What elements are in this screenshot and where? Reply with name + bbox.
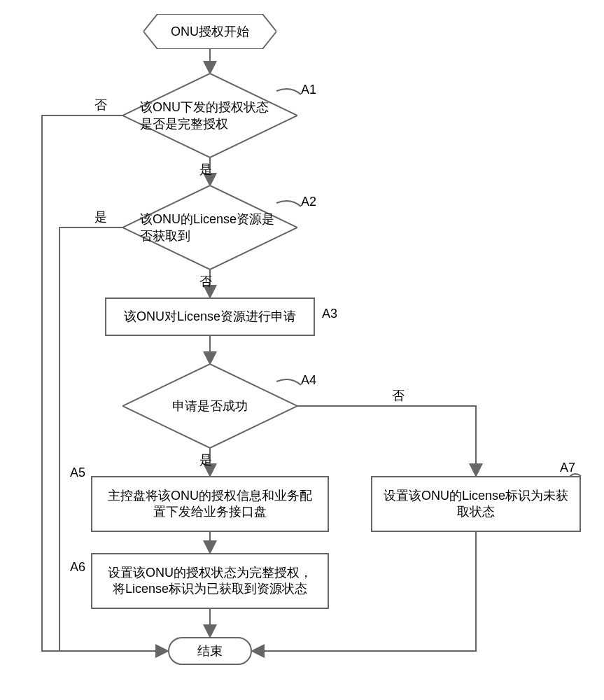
edge-a1-yes: 是 [199,161,212,178]
decision-a1: 该ONU下发的授权状态是否是完整授权 [122,74,297,158]
decision-a4-label: 申请是否成功 [122,364,297,448]
end-node: 结束 [168,637,252,665]
end-label: 结束 [168,637,252,665]
start-node: ONU授权开始 [143,14,276,49]
decision-a1-label: 该ONU下发的授权状态是否是完整授权 [122,74,297,158]
process-a7: 设置该ONU的License标识为未获取状态 [371,476,581,532]
tag-a1: A1 [301,83,316,97]
process-a6: 设置该ONU的授权状态为完整授权，将License标识为已获取到资源状态 [91,553,329,609]
tag-a7: A7 [560,461,575,475]
flowchart-canvas: ONU授权开始 该ONU下发的授权状态是否是完整授权 A1 是 否 该ONU的L… [0,0,604,700]
tag-a5: A5 [70,465,85,480]
process-a7-label: 设置该ONU的License标识为未获取状态 [382,488,570,521]
decision-a2: 该ONU的License资源是否获取到 [122,186,297,270]
tag-a3: A3 [322,307,337,321]
start-label: ONU授权开始 [143,14,276,49]
process-a5: 主控盘将该ONU的授权信息和业务配置下发给业务接口盘 [91,476,329,532]
edge-a4-yes: 是 [199,451,212,468]
edge-a2-no: 否 [199,273,212,290]
edge-a4-no: 否 [392,387,405,404]
process-a6-label: 设置该ONU的授权状态为完整授权，将License标识为已获取到资源状态 [102,565,318,598]
process-a5-label: 主控盘将该ONU的授权信息和业务配置下发给业务接口盘 [102,488,318,521]
decision-a4: 申请是否成功 [122,364,297,448]
process-a3-label: 该ONU对License资源进行申请 [124,309,296,325]
edge-a1-no: 否 [94,97,107,113]
tag-a2: A2 [301,195,316,209]
process-a3: 该ONU对License资源进行申请 [105,298,315,336]
edge-a2-yes: 是 [94,209,107,225]
tag-a4: A4 [301,373,316,388]
tag-a6: A6 [70,560,85,575]
decision-a2-label: 该ONU的License资源是否获取到 [122,186,297,270]
